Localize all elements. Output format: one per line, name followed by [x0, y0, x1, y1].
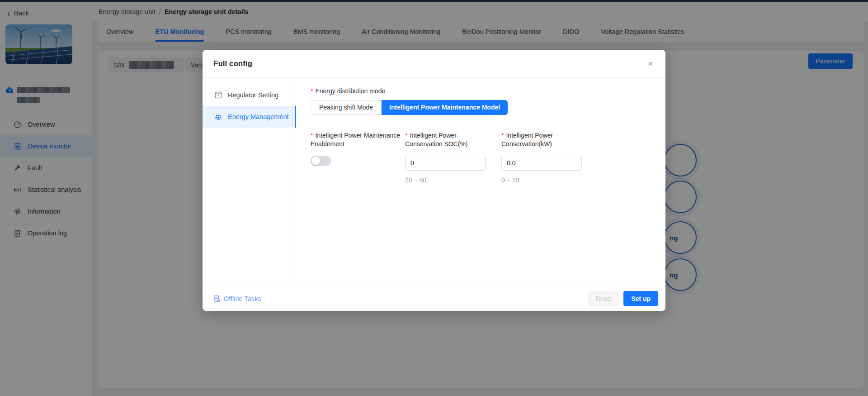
conservation-kw-range-hint: 0 ~ 10	[501, 177, 601, 184]
conservation-kw-input[interactable]	[501, 156, 582, 171]
read-button[interactable]: Read	[588, 291, 618, 306]
form-fields-row: *Intelligent Power Maintenance Enablemen…	[311, 131, 651, 184]
full-config-modal: Full config × Regulator Setting	[203, 50, 665, 311]
app-screen: ‹ Back	[0, 0, 868, 396]
peaking-shift-mode-button[interactable]: Peaking shift Mode	[311, 100, 382, 115]
modal-header: Full config ×	[203, 50, 665, 78]
required-asterisk: *	[501, 132, 504, 139]
modal-body: Regulator Setting	[203, 78, 665, 286]
field-conservation-kw: *Intelligent Power Conservation(kW) 0 ~ …	[501, 131, 601, 184]
mode-segmented-control: Peaking shift Mode Intelligent Power Mai…	[311, 100, 508, 115]
solar-panel-icon	[214, 113, 222, 121]
modal-nav-regulator-setting[interactable]: Regulator Setting	[203, 84, 296, 106]
field-maintenance-enablement: *Intelligent Power Maintenance Enablemen…	[311, 131, 405, 184]
required-asterisk: *	[311, 87, 313, 95]
required-asterisk: *	[405, 132, 407, 139]
close-icon[interactable]: ×	[648, 59, 653, 68]
required-asterisk: *	[311, 132, 313, 139]
maintenance-enablement-label: *Intelligent Power Maintenance Enablemen…	[311, 131, 401, 148]
modal-nav: Regulator Setting	[203, 78, 296, 286]
offline-tasks-icon	[213, 295, 221, 302]
conservation-soc-range-hint: 20 ~ 80	[405, 177, 501, 184]
conservation-kw-label: *Intelligent Power Conservation(kW)	[501, 131, 574, 148]
modal-footer: Offline Tasks Read Set up	[203, 286, 665, 311]
regulator-icon	[214, 91, 222, 99]
conservation-soc-label: *Intelligent Power Conservation SOC(%)	[405, 131, 495, 148]
distribution-mode-label: *Energy distribution mode	[311, 87, 651, 95]
maintenance-enablement-toggle[interactable]	[311, 156, 331, 166]
modal-nav-label: Regulator Setting	[228, 91, 278, 99]
toggle-knob	[311, 157, 320, 165]
offline-tasks-link[interactable]: Offline Tasks	[213, 295, 261, 302]
modal-content: *Energy distribution mode Peaking shift …	[296, 78, 665, 286]
modal-title: Full config	[213, 59, 252, 68]
offline-tasks-label: Offline Tasks	[224, 295, 261, 302]
modal-nav-label: Energy Management	[228, 113, 289, 120]
intelligent-power-maintenance-model-button[interactable]: Intelligent Power Maintenance Model	[382, 100, 508, 115]
conservation-soc-input[interactable]	[405, 156, 486, 171]
modal-nav-energy-management[interactable]: Energy Management	[203, 106, 296, 128]
setup-button[interactable]: Set up	[623, 291, 658, 306]
field-conservation-soc: *Intelligent Power Conservation SOC(%) 2…	[405, 131, 501, 184]
